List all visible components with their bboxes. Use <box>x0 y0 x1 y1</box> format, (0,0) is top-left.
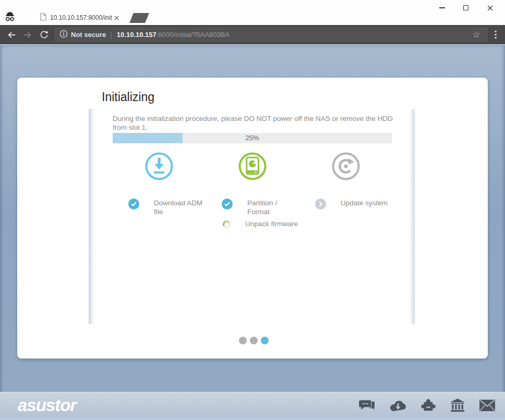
address-bar[interactable]: Not secure | 10.10.10.157:8000/initial/?… <box>55 28 487 42</box>
step-download-adm: Download ADM file <box>112 151 206 228</box>
info-icon[interactable] <box>59 30 68 40</box>
reload-button[interactable] <box>37 28 51 42</box>
browser-titlebar: 10.10.10.157:8000/initial/ <box>0 0 505 25</box>
incognito-icon <box>4 10 16 23</box>
progress-bar: 25% <box>113 133 392 143</box>
forward-icon <box>23 31 32 39</box>
task-label: Update system <box>341 199 392 207</box>
step-update-system: Update system <box>299 151 392 228</box>
page-background: Initializing During the initialization p… <box>0 44 505 420</box>
chevron-right-icon <box>315 199 326 209</box>
reload-icon <box>40 30 49 39</box>
check-icon <box>222 199 233 209</box>
close-icon <box>487 5 493 11</box>
progress-percent: 25% <box>113 133 392 143</box>
forward-button[interactable] <box>20 28 35 42</box>
initialization-card: Initializing During the initialization p… <box>17 78 488 359</box>
new-tab-button[interactable] <box>129 13 149 23</box>
task-label: Unpack firmware <box>245 219 299 228</box>
task-label: Partition / Format <box>247 199 299 216</box>
url-path: :8000/initial/?5AA803BA <box>157 31 230 39</box>
task-unpack-firmware: Unpack firmware <box>222 219 299 228</box>
back-icon <box>7 31 16 39</box>
page-dot-2[interactable] <box>250 337 258 344</box>
chat-icon[interactable] <box>359 398 376 413</box>
mail-icon[interactable] <box>479 399 496 412</box>
disk-pie-icon <box>237 151 268 181</box>
url-separator: | <box>110 31 112 39</box>
task-update-system: Update system <box>315 199 392 209</box>
window-controls <box>430 0 502 17</box>
page-dot-1[interactable] <box>239 337 247 344</box>
task-download-adm: Download ADM file <box>128 199 206 216</box>
carousel-pagination <box>239 337 269 344</box>
page-dot-3-active[interactable] <box>261 337 269 344</box>
check-icon <box>128 199 139 209</box>
browser-menu-icon[interactable] <box>490 28 501 42</box>
footer-bottom-strip <box>0 418 505 420</box>
download-icon <box>144 151 174 181</box>
cloud-download-icon[interactable] <box>389 399 407 412</box>
spinner-icon <box>222 220 232 229</box>
minimize-icon <box>439 7 445 8</box>
browser-tab[interactable]: 10.10.10.157:8000/initial/ <box>29 10 126 25</box>
url-host: 10.10.10.157 <box>117 31 157 39</box>
tab-close-icon[interactable] <box>112 14 121 22</box>
security-label: Not secure <box>71 31 106 39</box>
task-label: Download ADM file <box>154 199 206 216</box>
task-partition-format: Partition / Format <box>222 199 299 216</box>
maximize-icon <box>463 5 468 10</box>
footer-icon-row <box>359 398 496 413</box>
bookmark-star-icon[interactable]: ☆ <box>470 29 483 40</box>
page-file-icon <box>40 13 46 23</box>
carousel-left-edge <box>89 109 94 324</box>
back-button[interactable] <box>4 28 19 42</box>
tab-title: 10.10.10.157:8000/initial/ <box>50 14 112 21</box>
warning-text: During the initialization procedure, ple… <box>113 114 397 132</box>
update-arrow-icon <box>331 151 361 181</box>
asustor-logo: asustor <box>18 396 76 415</box>
page-title: Initializing <box>102 90 154 104</box>
steps-row: Download ADM file <box>112 151 392 228</box>
carousel-right-edge <box>410 109 415 324</box>
minimize-button[interactable] <box>430 0 454 16</box>
puzzle-icon[interactable] <box>420 398 436 413</box>
maximize-button[interactable] <box>454 0 478 16</box>
step-partition-format: Partition / Format Unpack firmware <box>206 151 299 228</box>
bank-icon[interactable] <box>450 398 465 413</box>
footer-bar: asustor <box>0 392 505 418</box>
close-button[interactable] <box>478 0 502 16</box>
browser-toolbar: Not secure | 10.10.10.157:8000/initial/?… <box>0 25 505 44</box>
